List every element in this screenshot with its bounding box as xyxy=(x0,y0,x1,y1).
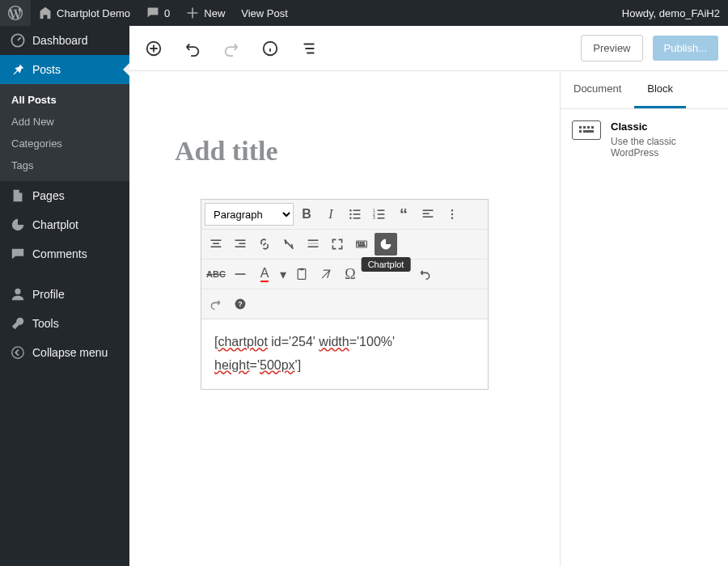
sidebar-item-chartplot[interactable]: Chartplot xyxy=(0,210,129,239)
preview-button[interactable]: Preview xyxy=(581,35,642,61)
redo-button[interactable] xyxy=(217,34,246,63)
svg-rect-29 xyxy=(308,239,319,241)
howdy-link[interactable]: Howdy, demo_FAiH2 xyxy=(614,0,728,26)
special-char-button[interactable]: Ω xyxy=(339,263,362,285)
site-name-label: Chartplot Demo xyxy=(57,7,130,19)
profile-label: Profile xyxy=(32,288,65,301)
undo-button[interactable] xyxy=(178,34,207,63)
tab-document[interactable]: Document xyxy=(561,71,634,108)
submenu-categories[interactable]: Categories xyxy=(0,133,129,154)
howdy-label: Howdy, demo_FAiH2 xyxy=(622,7,720,19)
chartplot-icon xyxy=(10,217,26,233)
quote-button[interactable]: “ xyxy=(392,203,415,226)
pages-label: Pages xyxy=(32,189,65,202)
svg-point-0 xyxy=(11,34,23,46)
submenu-all-posts[interactable]: All Posts xyxy=(0,89,129,111)
svg-rect-47 xyxy=(583,130,594,133)
more-button[interactable] xyxy=(441,203,463,226)
sidebar-item-dashboard[interactable]: Dashboard xyxy=(0,26,129,55)
comment-count: 0 xyxy=(164,7,170,19)
sidebar-collapse[interactable]: Collapse menu xyxy=(0,338,129,367)
redo-editor-button[interactable] xyxy=(205,293,227,315)
sidebar-item-pages[interactable]: Pages xyxy=(0,181,129,210)
svg-rect-27 xyxy=(239,243,245,244)
publish-button[interactable]: Publish... xyxy=(653,36,718,61)
comments-label: Comments xyxy=(32,247,87,260)
bold-button[interactable]: B xyxy=(295,203,318,226)
add-block-button[interactable] xyxy=(139,34,168,63)
svg-rect-16 xyxy=(378,218,385,219)
svg-rect-39 xyxy=(300,268,304,270)
block-title: Classic xyxy=(611,120,717,133)
svg-rect-33 xyxy=(358,243,359,244)
unlink-button[interactable] xyxy=(277,233,300,256)
align-left-button[interactable] xyxy=(417,203,439,226)
svg-point-9 xyxy=(349,218,351,219)
tools-label: Tools xyxy=(32,317,59,330)
format-select[interactable]: Paragraph xyxy=(205,203,294,226)
paste-text-button[interactable] xyxy=(290,263,313,285)
svg-rect-43 xyxy=(583,126,586,129)
svg-rect-37 xyxy=(235,273,246,275)
svg-text:3: 3 xyxy=(373,216,375,220)
svg-rect-23 xyxy=(211,239,222,241)
user-icon xyxy=(10,286,26,302)
svg-point-4 xyxy=(264,41,277,55)
svg-point-21 xyxy=(451,213,453,215)
text-color-dropdown[interactable]: ▾ xyxy=(277,263,289,285)
view-post-link[interactable]: View Post xyxy=(233,0,296,26)
readmore-button[interactable] xyxy=(302,233,324,256)
number-list-button[interactable]: 123 xyxy=(368,203,391,226)
strikethrough-button[interactable]: ABC xyxy=(205,263,227,285)
bullet-list-button[interactable] xyxy=(344,203,366,226)
link-button[interactable] xyxy=(253,233,276,256)
view-post-label: View Post xyxy=(241,7,288,19)
svg-rect-6 xyxy=(353,209,361,211)
wp-logo[interactable] xyxy=(0,0,31,26)
help-button[interactable]: ? xyxy=(229,293,252,315)
svg-rect-12 xyxy=(378,209,385,211)
comments-link[interactable]: 0 xyxy=(138,0,178,26)
outline-button[interactable] xyxy=(294,34,324,63)
content-textarea[interactable]: [chartplot id='254' width='100%' height=… xyxy=(201,319,488,389)
svg-rect-36 xyxy=(358,245,365,247)
hr-button[interactable] xyxy=(229,263,252,285)
svg-rect-18 xyxy=(423,213,430,214)
chartplot-button[interactable]: Chartplot xyxy=(375,233,397,256)
admin-sidebar: Dashboard Posts All Posts Add New Catego… xyxy=(0,26,129,566)
posts-submenu: All Posts Add New Categories Tags xyxy=(0,84,129,181)
site-link[interactable]: Chartplot Demo xyxy=(31,0,138,26)
keyboard-button[interactable] xyxy=(350,233,373,256)
svg-point-20 xyxy=(451,209,453,211)
info-button[interactable] xyxy=(256,34,285,63)
submenu-tags[interactable]: Tags xyxy=(0,154,129,176)
tab-block[interactable]: Block xyxy=(634,71,686,108)
new-link[interactable]: New xyxy=(178,0,233,26)
sidebar-item-comments[interactable]: Comments xyxy=(0,239,129,268)
settings-panel: Document Block Classic Use the classic W… xyxy=(560,71,728,566)
svg-point-22 xyxy=(451,218,453,219)
svg-rect-10 xyxy=(353,218,361,219)
undo-editor-button[interactable] xyxy=(413,263,436,285)
sidebar-item-tools[interactable]: Tools xyxy=(0,309,129,338)
svg-point-1 xyxy=(15,289,20,294)
submenu-add-new[interactable]: Add New xyxy=(0,111,129,133)
editor-canvas: Add title Paragraph B I 123 “ xyxy=(129,71,560,566)
classic-editor-block: Paragraph B I 123 “ xyxy=(201,199,489,390)
fullscreen-button[interactable] xyxy=(326,233,349,256)
post-title-input[interactable]: Add title xyxy=(175,136,514,167)
svg-point-2 xyxy=(12,347,23,358)
sidebar-item-posts[interactable]: Posts xyxy=(0,55,129,84)
italic-button[interactable]: I xyxy=(320,203,342,226)
collapse-icon xyxy=(10,344,26,361)
svg-rect-8 xyxy=(353,213,361,215)
svg-rect-14 xyxy=(378,213,385,215)
sidebar-item-profile[interactable]: Profile xyxy=(0,280,129,309)
svg-rect-42 xyxy=(579,126,582,129)
text-color-button[interactable]: A xyxy=(253,263,276,285)
clear-format-button[interactable] xyxy=(315,263,337,285)
block-description: Use the classic WordPress xyxy=(611,136,717,158)
chartplot-label: Chartplot xyxy=(32,218,78,231)
align-right-button[interactable] xyxy=(229,233,252,256)
align-center-button[interactable] xyxy=(205,233,227,256)
